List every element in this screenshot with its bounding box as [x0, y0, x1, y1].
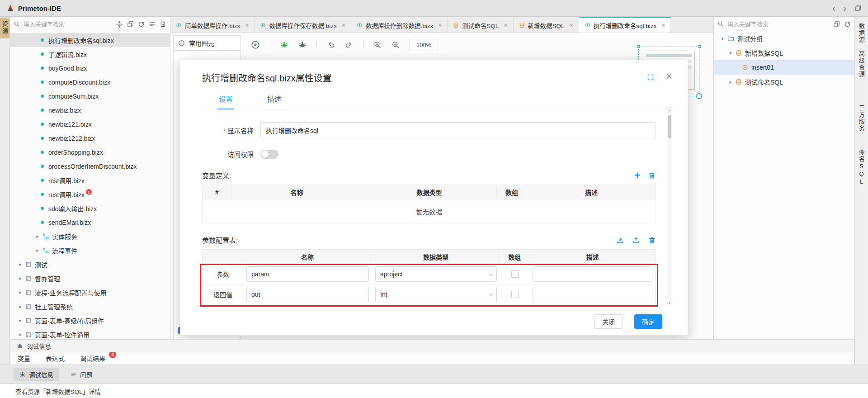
- tree-item[interactable]: 执行增删改命名sql.bizx: [10, 33, 170, 47]
- export-params-icon[interactable]: [632, 236, 640, 244]
- access-toggle[interactable]: [260, 150, 278, 159]
- return-type-select[interactable]: Int: [375, 287, 497, 302]
- scrollbar-thumb[interactable]: [668, 115, 671, 138]
- redo-icon[interactable]: [345, 41, 353, 49]
- scroll-up-icon[interactable]: ▲: [667, 109, 672, 112]
- bottom-tab-debug[interactable]: 调试信息: [14, 368, 59, 381]
- refresh-icon[interactable]: [844, 21, 851, 28]
- sql-search-input[interactable]: [727, 21, 830, 28]
- editor-tab[interactable]: 数据库操作删除数据.bizx×: [351, 17, 448, 33]
- collapse-panels-icon[interactable]: [833, 21, 840, 28]
- caret-right-icon[interactable]: ▸: [35, 247, 40, 253]
- tree-item[interactable]: ▸页面-表单-高级/布局组件: [10, 313, 170, 327]
- export-doc-icon[interactable]: [160, 21, 166, 28]
- caret-right-icon[interactable]: ▸: [35, 233, 40, 239]
- tree-item[interactable]: ▸流程事件: [10, 243, 170, 257]
- editor-tab[interactable]: 新增数据SQL×: [514, 17, 579, 33]
- collapse-minus-icon[interactable]: [178, 40, 185, 47]
- display-name-input[interactable]: [260, 122, 656, 138]
- nav-back-icon[interactable]: ‹: [832, 4, 835, 13]
- nav-forward-icon[interactable]: ›: [843, 4, 846, 13]
- collapse-panels-icon[interactable]: [127, 21, 134, 28]
- tree-item[interactable]: ▸页面-表单-控件通用: [10, 327, 170, 339]
- strip-tab-thirdparty[interactable]: 三方服务: [855, 101, 868, 136]
- tree-item[interactable]: newbiz1212.bizx: [10, 131, 170, 145]
- param-type-select[interactable]: aproject: [375, 266, 497, 282]
- selection-handle[interactable]: [637, 45, 640, 48]
- param-desc-input[interactable]: [533, 266, 652, 282]
- import-params-icon[interactable]: [616, 236, 624, 244]
- close-tab-icon[interactable]: ×: [661, 22, 665, 29]
- caret-down-icon[interactable]: ▾: [720, 36, 725, 42]
- tree-item[interactable]: ▾测试分组: [714, 31, 854, 46]
- palette-header[interactable]: 常用图元: [173, 35, 241, 51]
- tree-item[interactable]: buyGood.bizx: [10, 61, 170, 75]
- close-tab-icon[interactable]: ×: [342, 22, 345, 29]
- caret-right-icon[interactable]: ▸: [18, 261, 23, 267]
- close-tab-icon[interactable]: ×: [570, 22, 573, 29]
- strip-tab-datasource[interactable]: 数据源: [855, 19, 868, 47]
- tab-debug-results[interactable]: 调试结果: [80, 354, 105, 363]
- tree-item-selected[interactable]: insert01: [714, 60, 854, 75]
- editor-tab[interactable]: 简单数据库操作.bizx×: [170, 17, 255, 33]
- caret-right-icon[interactable]: ▸: [18, 317, 23, 323]
- caret-right-icon[interactable]: ▸: [18, 275, 23, 281]
- selection-handle[interactable]: [698, 45, 701, 48]
- strip-tab-namedsql[interactable]: 命名SQL: [855, 146, 868, 190]
- debug-settings-icon[interactable]: [298, 41, 307, 49]
- tab-variables[interactable]: 变量: [18, 354, 30, 363]
- locate-icon[interactable]: [116, 21, 123, 28]
- return-name-input[interactable]: [246, 287, 369, 302]
- strip-tab-advanced[interactable]: 高级资源: [855, 47, 868, 81]
- strip-tab-resources[interactable]: 资源: [0, 18, 9, 38]
- bottom-tab-problems[interactable]: 问题: [65, 368, 98, 381]
- delete-param-icon[interactable]: [648, 236, 656, 244]
- maximize-dialog-icon[interactable]: [647, 74, 654, 81]
- delete-variable-icon[interactable]: [648, 171, 656, 180]
- editor-tab[interactable]: 数据库操作保存数据.bizx×: [255, 17, 351, 33]
- tree-item[interactable]: ▸实体服务: [10, 229, 170, 243]
- tree-item[interactable]: ▸测试命名SQL: [714, 75, 854, 89]
- close-tab-icon[interactable]: ×: [245, 22, 249, 29]
- array-checkbox[interactable]: [511, 291, 519, 298]
- confirm-button[interactable]: 确定: [634, 314, 662, 329]
- add-variable-icon[interactable]: +: [634, 172, 640, 179]
- tree-item[interactable]: sendEMail.bizx: [10, 215, 170, 229]
- tab-expressions[interactable]: 表达式: [46, 354, 65, 363]
- tree-item[interactable]: orderShopping.bizx: [10, 145, 170, 159]
- zoom-out-icon[interactable]: [392, 41, 400, 49]
- window-restore-icon[interactable]: [854, 5, 862, 12]
- tree-item[interactable]: ▾新增数据SQL: [714, 46, 854, 60]
- return-desc-input[interactable]: [533, 287, 652, 302]
- close-tab-icon[interactable]: ×: [504, 22, 507, 29]
- resource-search-input[interactable]: [24, 21, 113, 28]
- tab-settings[interactable]: 设置: [217, 90, 234, 109]
- tree-item[interactable]: rest调用.bizx: [10, 173, 170, 187]
- tree-item[interactable]: processOrderItemDiscount.bizx: [10, 159, 170, 173]
- scroll-down-icon[interactable]: ▼: [667, 302, 672, 305]
- tree-item[interactable]: newbiz.bizx: [10, 103, 170, 117]
- tree-item[interactable]: ▸流程-业务流程配置与使用: [10, 285, 170, 299]
- close-tab-icon[interactable]: ×: [438, 22, 442, 29]
- param-name-input[interactable]: [246, 266, 369, 282]
- node-link-port[interactable]: [696, 93, 702, 99]
- zoom-level-select[interactable]: 100%: [410, 39, 438, 51]
- zoom-in-icon[interactable]: [373, 41, 382, 49]
- caret-right-icon[interactable]: ▸: [728, 79, 733, 85]
- undo-icon[interactable]: [327, 41, 335, 49]
- refresh-icon[interactable]: [138, 21, 145, 28]
- tree-item[interactable]: sdo输入输出.bizx: [10, 201, 170, 215]
- close-button[interactable]: 关闭: [594, 314, 623, 329]
- tree-item[interactable]: ▸督办管理: [10, 271, 170, 285]
- tree-item[interactable]: computeSum.bizx: [10, 89, 170, 103]
- array-checkbox[interactable]: [511, 270, 519, 278]
- dialog-scrollbar[interactable]: ▲ ▼: [667, 107, 672, 306]
- tree-item[interactable]: rest调用.bizx1: [10, 187, 170, 201]
- caret-right-icon[interactable]: ▸: [18, 289, 23, 295]
- tab-description[interactable]: 描述: [266, 90, 283, 109]
- caret-down-icon[interactable]: ▾: [728, 50, 733, 56]
- tree-item[interactable]: ▸测试: [10, 257, 170, 271]
- sort-list-icon[interactable]: [149, 21, 156, 28]
- editor-tab-active[interactable]: 执行增删改命名sql.bizx×: [579, 17, 671, 33]
- caret-right-icon[interactable]: ▸: [18, 303, 23, 309]
